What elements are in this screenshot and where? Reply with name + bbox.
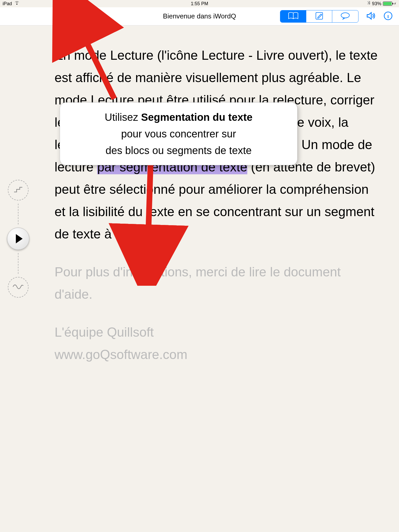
- playback-controls: [5, 177, 31, 301]
- page-title: Bienvenue dans iWordQ: [163, 12, 236, 20]
- device-label: iPad: [3, 1, 12, 6]
- speaker-icon: [365, 11, 375, 22]
- mode-speech-tab[interactable]: [332, 10, 358, 22]
- mode-edit-tab[interactable]: [306, 10, 332, 22]
- battery-icon: [383, 2, 392, 6]
- book-icon: [288, 12, 299, 21]
- signature-url: www.goQsoftware.com: [55, 347, 187, 362]
- play-button[interactable]: [7, 228, 29, 250]
- charging-icon: ⚡︎: [394, 2, 396, 6]
- gear-icon: [72, 11, 82, 22]
- mode-segmented-control: [280, 10, 358, 23]
- reading-content: En mode Lecture (l'icône Lecture - Livre…: [55, 44, 378, 366]
- settings-button[interactable]: [71, 11, 83, 22]
- info-icon: [383, 11, 393, 22]
- battery-pct: 93%: [372, 1, 381, 6]
- mode-read-tab[interactable]: [280, 10, 306, 22]
- svg-point-0: [76, 14, 78, 17]
- svg-point-1: [74, 12, 81, 19]
- paragraph-instructions[interactable]: Pour plus d'instructions, merci de lire …: [55, 261, 378, 305]
- control-connector: [18, 253, 18, 274]
- callout-text: Utilisez: [105, 111, 141, 123]
- bluetooth-icon: [367, 1, 370, 7]
- speaker-button[interactable]: [365, 11, 376, 22]
- signature-line: L'équipe Quillsoft: [55, 325, 154, 340]
- continuous-mode-button[interactable]: [8, 277, 29, 298]
- tutorial-callout: Utilisez Segmentation du texte pour vous…: [60, 102, 297, 165]
- callout-text: des blocs ou segments de texte: [69, 142, 288, 159]
- svg-point-3: [341, 13, 349, 18]
- clock: 1:55 PM: [191, 1, 208, 6]
- speech-bubble-icon: [340, 12, 350, 21]
- step-mode-button[interactable]: [8, 180, 29, 201]
- control-connector: [18, 204, 18, 224]
- wifi-icon: [14, 1, 20, 6]
- callout-bold-text: Segmentation du texte: [141, 111, 252, 123]
- wave-icon: [12, 284, 24, 290]
- toolbar: Bienvenue dans iWordQ: [0, 7, 399, 25]
- info-button[interactable]: [382, 11, 394, 22]
- step-icon: [13, 186, 23, 195]
- paragraph-signature[interactable]: L'équipe Quillsoft www.goQsoftware.com: [55, 321, 378, 366]
- callout-text: pour vous concentrer sur: [69, 125, 288, 142]
- play-icon: [16, 234, 23, 243]
- status-bar: iPad 1:55 PM 93% ⚡︎: [0, 0, 399, 7]
- edit-icon: [315, 11, 324, 21]
